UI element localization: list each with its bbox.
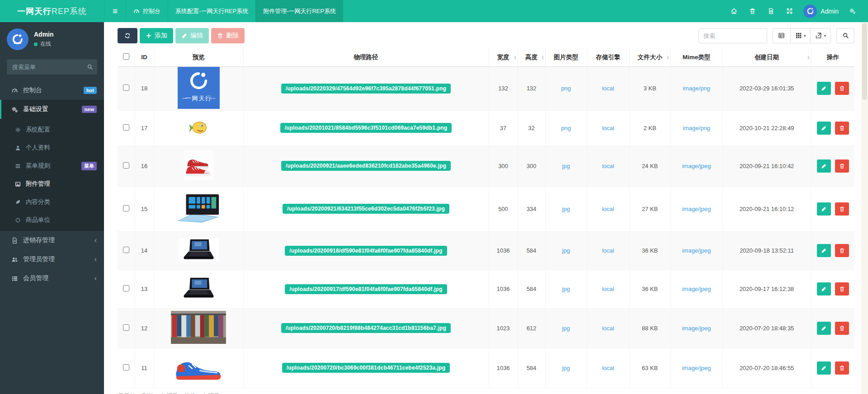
row-checkbox[interactable] [123,247,129,253]
sidebar-menu-item[interactable]: 控制台 hot [0,81,104,100]
scrollbar-thumb[interactable] [862,23,867,100]
clothes-rack-image[interactable] [171,311,226,344]
row-checkbox[interactable] [123,324,129,331]
row-delete-button[interactable] [835,322,849,335]
table-row[interactable]: 12 /uploads/20200720/b8219f88b484274acc3… [118,308,854,348]
brand-logo-image[interactable]: 一网天行 [178,67,220,109]
page-scrollbar[interactable] [861,22,868,394]
trash-icon[interactable] [743,8,762,14]
sidebar-toggle-button[interactable]: ≡ [104,0,126,22]
columns-button[interactable]: ▾ [790,28,811,43]
row-edit-button[interactable] [817,244,831,257]
row-checkbox[interactable] [123,364,129,371]
file-path-badge[interactable]: /uploads/20200918/df590e81f04fa6f0fae907… [285,246,447,256]
row-edit-button[interactable] [817,361,831,375]
export-button[interactable]: ▾ [810,28,831,43]
row-edit-button[interactable] [817,122,831,135]
storage-engine-link[interactable]: local [602,247,614,254]
mime-type-link[interactable]: image/jpeg [682,365,711,371]
select-all-checkbox[interactable] [123,53,129,60]
user-menu[interactable]: Admin [799,5,843,18]
row-edit-button[interactable] [817,159,831,173]
sidebar-menu-item[interactable]: 管理员管理 ‹ [0,250,104,269]
sidebar-submenu-item[interactable]: 内容分类 [0,193,104,211]
image-type-link[interactable]: png [561,85,571,92]
advanced-search-button[interactable] [836,28,854,43]
column-header-高度[interactable]: 高度▴▾ [518,48,545,66]
mime-type-link[interactable]: image/jpeg [682,206,711,212]
mime-type-link[interactable]: image/jpeg [682,247,711,254]
image-type-link[interactable]: png [561,125,571,131]
column-header-创建日期[interactable]: 创建日期▴▾ [722,48,811,66]
row-edit-button[interactable] [817,82,831,95]
file-path-badge[interactable]: /uploads/20200720/b8219f88b484274acc31cd… [281,323,451,333]
storage-engine-link[interactable]: local [602,206,614,212]
sidebar-submenu-item[interactable]: 菜单规则 菜单 [0,157,104,175]
row-checkbox[interactable] [123,124,129,131]
table-row[interactable]: 13 /uploads/20200917/df590e81f04fa6f0fae… [118,270,854,308]
sidebar-menu-item[interactable]: 会员管理 ‹ [0,269,104,288]
image-type-link[interactable]: jpg [562,365,570,371]
row-delete-button[interactable] [835,159,849,173]
red-sneakers-image[interactable] [184,150,213,180]
laptop-image[interactable] [179,277,219,300]
storage-engine-link[interactable]: local [602,125,614,131]
storage-engine-link[interactable]: local [602,325,614,332]
file-path-badge[interactable]: /uploads/20201021/8584bd5596c3f5101cd069… [280,123,452,133]
row-checkbox[interactable] [123,285,129,291]
row-checkbox[interactable] [123,205,129,211]
home-icon[interactable] [725,8,743,14]
mime-type-link[interactable]: image/jpeg [682,286,711,292]
row-delete-button[interactable] [835,282,849,296]
storage-engine-link[interactable]: local [602,286,614,292]
image-type-link[interactable]: jpg [562,286,570,292]
edit-button[interactable]: 编辑 [175,28,209,43]
refresh-button[interactable] [118,28,137,43]
table-row[interactable]: 15 /uploads/20200921/634213f55ce6d302ec5… [118,186,854,231]
sidebar-submenu-item[interactable]: 个人资料 [0,139,104,157]
image-type-link[interactable]: jpg [562,247,570,254]
storage-engine-link[interactable]: local [602,85,614,92]
laptop-image[interactable] [179,239,219,261]
sidebar-menu-item[interactable]: 进销存管理 ‹ [0,231,104,250]
row-delete-button[interactable] [835,244,849,257]
column-header-宽度[interactable]: 宽度▴▾ [489,48,518,66]
sidebar-submenu-item[interactable]: 附件管理 [0,175,104,193]
mime-type-link[interactable]: image/jpeg [682,325,711,332]
emoji-image[interactable] [189,118,209,136]
sidebar-menu-item[interactable]: 基础设置 new [0,100,104,119]
table-view-button[interactable] [773,28,791,43]
clear-cache-icon[interactable] [762,8,780,14]
row-checkbox[interactable] [123,84,129,91]
row-delete-button[interactable] [835,82,849,95]
nav-tab[interactable]: 控制台 [126,0,168,22]
mime-type-link[interactable]: image/png [683,85,710,92]
storage-engine-link[interactable]: local [602,365,614,371]
file-path-badge[interactable]: /uploads/20200917/df590e81f04fa6f0fae907… [285,284,447,294]
app-brand[interactable]: 一网天行REP系统 [0,0,104,22]
row-edit-button[interactable] [817,202,831,216]
file-path-badge[interactable]: /uploads/20200921/634213f55ce6d302ec5da0… [283,204,449,214]
table-search-input[interactable] [698,28,767,43]
sidebar-submenu-item[interactable]: 系统配置 [0,121,104,139]
row-edit-button[interactable] [817,322,831,335]
menu-search-input[interactable] [7,59,97,75]
row-delete-button[interactable] [835,361,849,375]
row-delete-button[interactable] [835,122,849,135]
profile-avatar[interactable] [7,28,28,50]
table-row[interactable]: 11 /uploads/20200720/bc3069c00f381dcb467… [118,348,854,388]
fullscreen-icon[interactable] [780,8,799,14]
file-path-badge[interactable]: /uploads/20200921/aaee6eded836210fcd182a… [281,161,451,171]
row-delete-button[interactable] [835,202,849,216]
column-header-文件大小[interactable]: 文件大小▴▾ [629,48,670,66]
table-row[interactable]: 17 /uploads/20201021/8584bd5596c3f5101cd… [118,110,854,145]
sport-shoe-image[interactable] [174,353,223,381]
row-checkbox[interactable] [123,162,129,169]
image-type-link[interactable]: jpg [562,163,570,169]
file-path-badge[interactable]: /uploads/20200720/bc3069c00f381dcb46711c… [282,363,450,373]
image-type-link[interactable]: jpg [562,206,570,212]
table-row[interactable]: 16 /uploads/20200921/aaee6eded836210fcd1… [118,145,854,186]
tablet-image[interactable] [176,193,221,223]
nav-tab[interactable]: 附件管理-一网天行REP系统 [255,0,343,22]
row-edit-button[interactable] [817,282,831,296]
